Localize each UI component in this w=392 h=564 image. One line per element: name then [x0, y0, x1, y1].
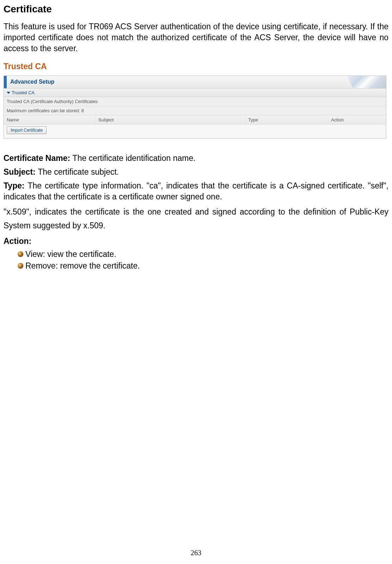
info-row-title: Trusted CA (Certificate Authority) Certi…: [4, 97, 386, 106]
action-field: Action:: [4, 236, 388, 247]
page-number: 263: [0, 549, 392, 557]
action-remove-text: Remove: remove the certificate.: [25, 261, 140, 271]
page-heading: Certificate: [4, 4, 388, 15]
col-type: Type: [245, 115, 328, 124]
x509-field: "x.509", indicates the certificate is th…: [4, 205, 388, 233]
bullet-icon: [18, 251, 23, 257]
trusted-ca-section[interactable]: Trusted CA: [4, 89, 386, 97]
col-subject: Subject: [96, 115, 245, 124]
action-label: Action:: [4, 236, 31, 246]
chevron-down-icon: [7, 92, 10, 94]
advanced-setup-label: Advanced Setup: [7, 76, 347, 88]
button-row: Import Certificate: [4, 125, 386, 138]
type-desc: The certificate type information. "ca", …: [4, 181, 388, 201]
accent-stripe: [4, 76, 7, 88]
type-label: Type:: [4, 181, 28, 190]
info-row-max: Maximum certificates can be stored: 8: [4, 106, 386, 115]
trusted-ca-heading: Trusted CA: [4, 62, 388, 71]
cert-name-label: Certificate Name:: [4, 154, 73, 163]
field-definitions: Certificate Name: The certificate identi…: [4, 153, 388, 270]
intro-paragraph: This feature is used for TR069 ACS Serve…: [4, 21, 388, 54]
advanced-setup-bar: Advanced Setup: [4, 76, 386, 89]
subject-field: Subject: The certificate subject.: [4, 167, 388, 178]
cert-name-desc: The certificate identification name.: [73, 154, 196, 163]
action-list: View: view the certificate. Remove: remo…: [4, 250, 388, 271]
subject-label: Subject:: [4, 167, 38, 176]
action-view: View: view the certificate.: [18, 250, 388, 259]
col-name: Name: [4, 115, 96, 124]
import-certificate-button[interactable]: Import Certificate: [7, 126, 47, 134]
col-action: Action: [328, 115, 386, 124]
bullet-icon: [18, 263, 23, 269]
subject-desc: The certificate subject.: [38, 167, 119, 176]
action-view-text: View: view the certificate.: [25, 250, 116, 259]
trusted-ca-label: Trusted CA: [12, 90, 35, 95]
action-remove: Remove: remove the certificate.: [18, 261, 388, 271]
header-decoration: [347, 76, 386, 88]
embedded-screenshot: Advanced Setup Trusted CA Trusted CA (Ce…: [4, 76, 386, 139]
cert-table-header: Name Subject Type Action: [4, 115, 386, 125]
type-field: Type: The certificate type information. …: [4, 180, 388, 202]
cert-name-field: Certificate Name: The certificate identi…: [4, 153, 388, 164]
